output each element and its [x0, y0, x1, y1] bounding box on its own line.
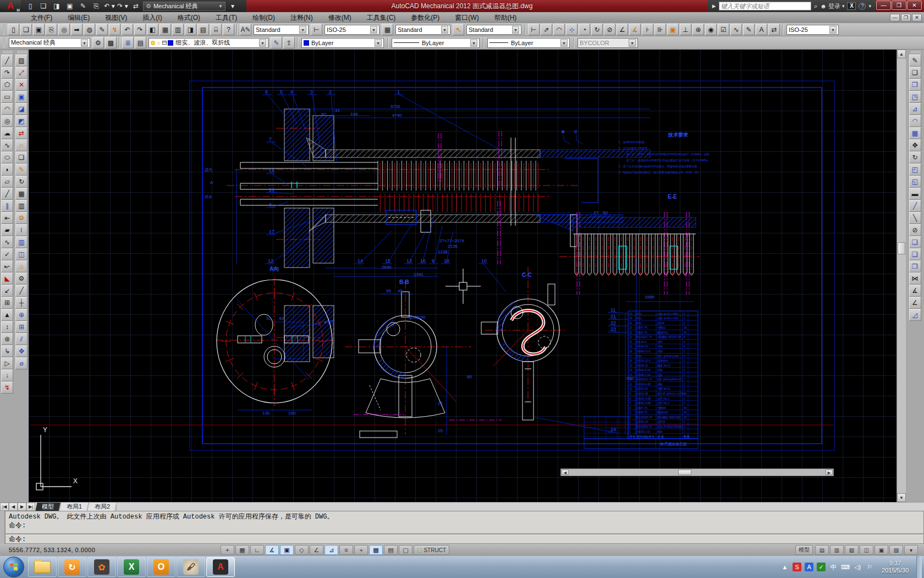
tool-icon[interactable]: ▲ [1, 309, 13, 321]
tool-icon[interactable]: ❏ [20, 24, 32, 35]
exchange-apps-icon[interactable]: X [847, 2, 856, 10]
model-space-button[interactable]: 模型 [795, 545, 813, 555]
undo-icon[interactable]: ↶ ▾ [103, 1, 116, 11]
toolbar-grip[interactable] [3, 38, 6, 48]
tool-icon[interactable]: ▤ [135, 37, 146, 48]
workspace-switch-icon[interactable]: ⇄ [130, 1, 142, 11]
tool-icon[interactable]: ◫ [15, 248, 28, 260]
status-icon[interactable]: ▣ [875, 545, 888, 555]
tool-icon[interactable]: ◰ [909, 163, 921, 176]
qat-overflow-icon[interactable]: ▾ [227, 1, 239, 11]
tool-icon[interactable]: ❒ [909, 260, 921, 272]
tool-icon[interactable]: ☁ [1, 127, 13, 139]
tool-icon[interactable]: ⇗ [541, 24, 552, 35]
tool-icon[interactable]: ◨ [185, 24, 196, 35]
tool-icon[interactable]: ▥ [15, 236, 28, 248]
tool-icon[interactable]: ∠ [909, 297, 921, 309]
tool-icon[interactable]: ╱ [1, 54, 13, 67]
doc-restore-button[interactable]: ❐ [901, 14, 911, 21]
app-menu-button[interactable]: AM [0, 0, 21, 12]
tool-icon[interactable]: ▤ [197, 24, 209, 35]
menu-format[interactable]: 格式(O) [170, 12, 208, 23]
tool-icon[interactable]: ∿ [1, 139, 13, 151]
inner-hscroll-thumb[interactable] [678, 470, 691, 475]
color-dropdown[interactable]: ByLayer▼ [301, 38, 384, 48]
tool-icon[interactable]: ▭ [1, 91, 13, 103]
status-toggle[interactable]: ＋ [354, 545, 368, 555]
status-icon[interactable]: ◫ [860, 545, 873, 555]
menu-edit[interactable]: 编辑(E) [60, 12, 97, 23]
status-toggle[interactable]: ∠ [310, 545, 323, 555]
tool-icon[interactable]: ∩ [15, 139, 28, 151]
status-icon[interactable]: ▥ [830, 545, 844, 555]
dim-style-icon[interactable]: ⊢ [311, 24, 322, 35]
tool-icon[interactable]: A [756, 24, 767, 35]
scroll-up-icon[interactable]: ▲ [897, 50, 906, 58]
tool-icon[interactable]: ◧ [147, 24, 158, 35]
tool-icon[interactable]: ◔ [579, 24, 590, 35]
tool-icon[interactable]: ▨ [15, 54, 28, 67]
status-icon[interactable]: ▨ [889, 545, 903, 555]
tool-icon[interactable]: ⚙ [15, 272, 28, 285]
network-icon[interactable]: ⚐ [865, 563, 874, 571]
mleader-style-dropdown[interactable]: Standard▼ [466, 25, 521, 35]
command-input[interactable]: 命令: [5, 534, 924, 544]
tool-icon[interactable]: ◠ [553, 24, 565, 35]
tool-icon[interactable]: ▣ [667, 24, 679, 35]
tool-icon[interactable]: ↯ [109, 24, 120, 35]
tool-icon[interactable]: ◩ [15, 115, 28, 127]
tool-icon[interactable]: ⬠ [1, 79, 13, 91]
search-input[interactable] [719, 2, 811, 10]
status-toggle[interactable]: ▦ [235, 545, 249, 555]
command-grip[interactable] [0, 511, 5, 544]
status-icon[interactable]: ▤ [815, 545, 829, 555]
sogou-icon[interactable]: S [793, 563, 801, 571]
tool-icon[interactable]: ↓ [1, 369, 13, 381]
tool-icon[interactable]: ∡ [629, 24, 641, 35]
blue-app-icon[interactable]: A [805, 563, 813, 571]
menu-view[interactable]: 视图(V) [97, 12, 135, 23]
scroll-down-icon[interactable]: ▼ [897, 493, 906, 502]
menu-tools[interactable]: 工具(T) [208, 12, 245, 23]
tool-icon[interactable]: ╱ [909, 200, 921, 212]
tool-icon[interactable]: ▥ [172, 24, 184, 35]
tool-icon[interactable]: ⊹ [566, 24, 578, 35]
table-style-dropdown[interactable]: Standard▼ [395, 25, 450, 35]
status-toggle[interactable]: ⊿ [324, 545, 338, 555]
table-style-icon[interactable]: ▦ [382, 24, 393, 35]
status-toggle[interactable]: ∟ [250, 545, 264, 555]
tool-icon[interactable]: ➡ [71, 24, 82, 35]
tool-icon[interactable]: ⊞ [1, 297, 13, 309]
scroll-right-icon[interactable]: ▶ [826, 470, 833, 475]
tool-icon[interactable]: ⋈ [909, 272, 921, 285]
minimize-button[interactable]: — [876, 1, 891, 10]
tool-icon[interactable]: ╱ [15, 285, 28, 297]
tool-icon[interactable]: ↙ [1, 285, 13, 297]
workspaces-dropdown[interactable]: Mechanical 经典▼ [9, 38, 90, 48]
vscroll-thumb[interactable] [898, 242, 905, 254]
tool-icon[interactable]: ✕ [15, 79, 28, 91]
vault-open-icon[interactable]: ◨ [51, 1, 63, 11]
tool-icon[interactable]: ◉ [705, 24, 717, 35]
tool-icon[interactable]: ↜ [1, 260, 13, 272]
tool-icon[interactable]: ▷ [1, 357, 13, 369]
taskbar-excel[interactable]: X [117, 557, 146, 577]
tool-icon[interactable]: ⚙ [92, 37, 104, 48]
plot-icon[interactable]: ⎘ [90, 1, 102, 11]
tool-icon[interactable]: ▱ [1, 176, 13, 188]
coordinates-readout[interactable]: 5556.7772, 533.1324, 0.0000 [0, 547, 220, 553]
redo-icon[interactable]: ↷ ▾ [117, 1, 129, 11]
tool-icon[interactable]: ▦ [15, 188, 28, 200]
ime-cn-icon[interactable]: 中 [829, 563, 838, 571]
status-toggle[interactable]: ▢ [399, 545, 413, 555]
menu-modify[interactable]: 修改(M) [321, 12, 359, 23]
tool-icon[interactable]: ◱ [909, 176, 921, 188]
tool-icon[interactable]: ▥ [15, 200, 28, 212]
tool-icon[interactable]: ◠ [909, 115, 921, 127]
menu-window[interactable]: 窗口(W) [447, 12, 486, 23]
tool-icon[interactable]: ⊕ [692, 24, 704, 35]
tool-icon[interactable]: ◗ [1, 163, 13, 176]
inner-hscrollbar[interactable]: ◀ ▶ [560, 468, 834, 476]
scroll-left-icon[interactable]: ◀ [562, 470, 569, 475]
tool-icon[interactable]: ▦ [909, 127, 921, 139]
